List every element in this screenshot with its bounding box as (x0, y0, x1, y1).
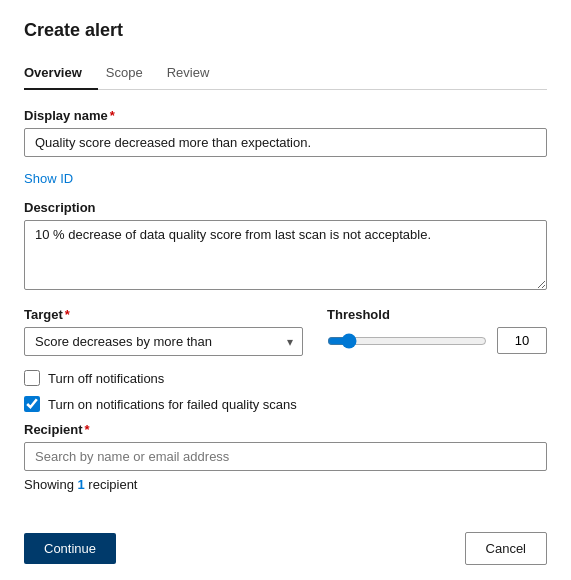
turn-off-notifications-row: Turn off notifications (24, 370, 547, 386)
footer: Continue Cancel (24, 516, 547, 565)
turn-off-notifications-checkbox[interactable] (24, 370, 40, 386)
show-id-link[interactable]: Show ID (24, 171, 73, 186)
target-select[interactable]: Score decreases by more than Score incre… (24, 327, 303, 356)
continue-button[interactable]: Continue (24, 533, 116, 564)
display-name-input[interactable] (24, 128, 547, 157)
threshold-value-input[interactable] (497, 327, 547, 354)
recipient-input[interactable] (24, 442, 547, 471)
description-label: Description (24, 200, 547, 215)
threshold-controls (327, 327, 547, 354)
tab-overview[interactable]: Overview (24, 57, 98, 90)
tab-bar: Overview Scope Review (24, 57, 547, 90)
threshold-group: Threshold (327, 307, 547, 354)
turn-on-failed-notifications-row: Turn on notifications for failed quality… (24, 396, 547, 412)
turn-on-failed-notifications-label[interactable]: Turn on notifications for failed quality… (48, 397, 297, 412)
target-label: Target* (24, 307, 303, 322)
turn-on-failed-notifications-checkbox[interactable] (24, 396, 40, 412)
recipient-count: 1 (77, 477, 84, 492)
recipient-label: Recipient* (24, 422, 547, 437)
description-group: Description 10 % decrease of data qualit… (24, 200, 547, 293)
tab-review[interactable]: Review (167, 57, 226, 90)
threshold-label: Threshold (327, 307, 547, 322)
turn-off-notifications-label[interactable]: Turn off notifications (48, 371, 164, 386)
tab-scope[interactable]: Scope (106, 57, 159, 90)
target-select-wrapper: Score decreases by more than Score incre… (24, 327, 303, 356)
target-threshold-row: Target* Score decreases by more than Sco… (24, 307, 547, 356)
threshold-slider[interactable] (327, 333, 487, 349)
display-name-group: Display name* (24, 108, 547, 157)
showing-recipient-text: Showing 1 recipient (24, 477, 547, 492)
description-input[interactable]: 10 % decrease of data quality score from… (24, 220, 547, 290)
display-name-label: Display name* (24, 108, 547, 123)
page-title: Create alert (24, 20, 547, 41)
recipient-group: Recipient* Showing 1 recipient (24, 422, 547, 492)
cancel-button[interactable]: Cancel (465, 532, 547, 565)
target-group: Target* Score decreases by more than Sco… (24, 307, 303, 356)
